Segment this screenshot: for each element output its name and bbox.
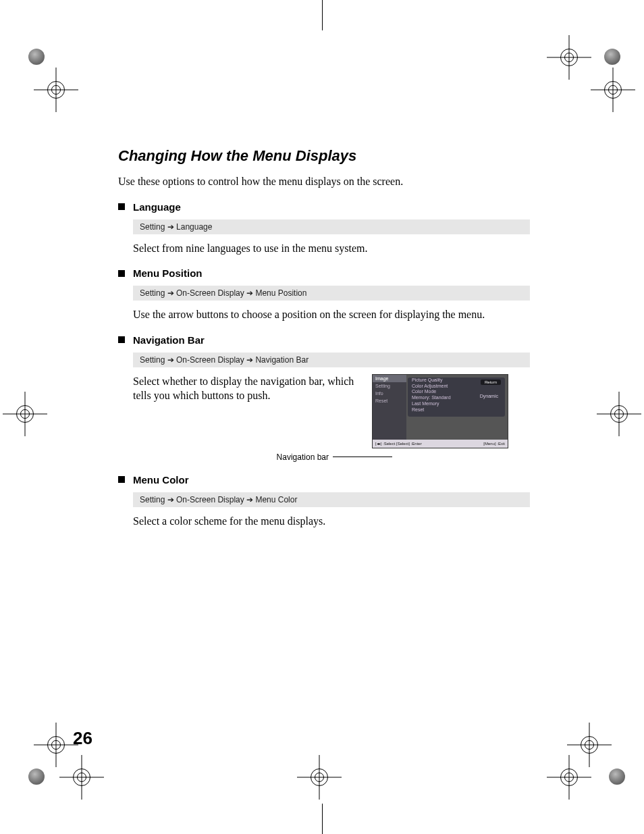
item-description: Select a color scheme for the menu displ… [133,514,530,529]
registration-mark [560,768,578,786]
osd-sidebar-item: Reset [373,397,406,405]
print-medallion [609,768,625,785]
manual-page: Changing How the Menu Displays Use these… [0,0,644,834]
page-number: 26 [73,728,92,749]
osd-panel: Return Picture Quality Color Adjustment … [408,377,505,417]
crop-mark [322,0,323,30]
crop-mark [322,804,323,834]
square-bullet-icon [118,336,125,343]
menu-path: Setting ➔ On-Screen Display ➔ Navigation… [133,353,530,367]
osd-sidebar-item: Info [373,390,406,397]
print-medallion [28,768,45,785]
print-medallion [604,49,620,65]
osd-sidebar-item: Image [373,375,406,382]
osd-navigation-bar: [◂▸] :Select [Select] :Enter [Menu] :Exi… [373,440,508,448]
section-title: Changing How the Menu Displays [118,147,530,165]
setting-item-menu-color: Menu Color Setting ➔ On-Screen Display ➔… [118,474,530,529]
registration-mark [47,736,65,754]
callout-label: Navigation bar [277,452,329,462]
navigation-bar-callout: Navigation bar [118,452,530,462]
setting-item-menu-position: Menu Position Setting ➔ On-Screen Displa… [118,267,530,322]
registration-mark [47,81,65,99]
setting-item-language: Language Setting ➔ Language Select from … [118,201,530,256]
square-bullet-icon [118,476,125,483]
registration-mark [581,736,598,754]
registration-mark [560,49,578,66]
registration-mark [610,405,628,423]
menu-path: Setting ➔ On-Screen Display ➔ Menu Posit… [133,286,530,301]
osd-value: Dynamic [480,394,498,398]
osd-return-button: Return [481,380,501,385]
registration-mark [311,768,328,786]
osd-sidebar: Image Setting Info Reset [373,375,406,440]
print-medallion [28,49,45,65]
item-heading: Menu Color [133,474,189,486]
content-column: Changing How the Menu Displays Use these… [118,147,530,540]
registration-mark [604,81,622,99]
item-heading: Navigation Bar [133,334,205,346]
registration-mark [73,768,90,786]
item-description: Select from nine languages to use in the… [133,241,530,256]
intro-text: Use these options to control how the men… [118,174,530,189]
osd-sidebar-item: Setting [373,382,406,390]
item-heading: Menu Position [133,267,203,279]
item-description: Use the arrow buttons to choose a positi… [133,307,530,322]
square-bullet-icon [118,203,125,210]
menu-path: Setting ➔ Language [133,219,530,234]
item-description: Select whether to display the navigation… [133,374,363,403]
menu-path: Setting ➔ On-Screen Display ➔ Menu Color [133,492,530,507]
square-bullet-icon [118,270,125,277]
registration-mark [16,405,34,423]
callout-leader-line [333,457,392,457]
setting-item-navigation-bar: Navigation Bar Setting ➔ On-Screen Displ… [118,334,530,462]
osd-screenshot: Image Setting Info Reset Return Picture … [372,374,508,448]
item-heading: Language [133,201,181,213]
